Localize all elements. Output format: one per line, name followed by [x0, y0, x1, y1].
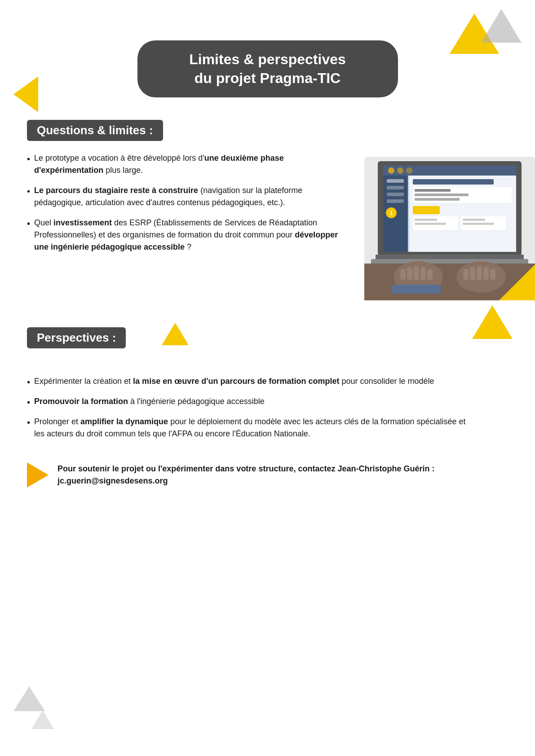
cta-triangle-icon [27, 462, 49, 488]
svg-rect-23 [463, 219, 485, 221]
questions-content: Le prototype a vocation à être développé… [27, 152, 535, 300]
decorative-triangle-left-yellow [13, 76, 38, 112]
svg-rect-16 [415, 193, 469, 196]
questions-bullet-list: Le prototype a vocation à être développé… [27, 152, 351, 261]
svg-rect-40 [483, 267, 489, 280]
svg-rect-15 [415, 189, 451, 192]
decorative-triangle-bottom-gray-1 [13, 686, 45, 711]
svg-rect-41 [490, 269, 495, 280]
svg-rect-24 [463, 223, 494, 225]
list-item: Le parcours du stagiaire reste à constru… [27, 185, 351, 209]
laptop-image: 1 [364, 157, 535, 300]
perspectives-heading: Perspectives : [37, 331, 116, 345]
svg-rect-35 [420, 267, 426, 280]
svg-text:1: 1 [390, 210, 393, 216]
perspectives-header-wrap: Perspectives : [27, 327, 126, 348]
list-item: Le prototype a vocation à être développé… [27, 152, 351, 176]
questions-header: Questions & limites : [27, 120, 163, 141]
svg-rect-22 [415, 223, 446, 225]
cta-box: Pour soutenir le projet ou l'expérimente… [27, 462, 513, 488]
svg-point-4 [388, 167, 394, 174]
svg-rect-33 [407, 267, 412, 280]
perspectives-bullet-list: Expérimenter la création et la mise en œ… [27, 375, 499, 440]
svg-rect-38 [470, 267, 475, 280]
svg-rect-43 [391, 285, 441, 294]
questions-header-wrap: Questions & limites : [27, 120, 535, 141]
svg-rect-9 [387, 186, 404, 189]
svg-rect-21 [415, 219, 437, 221]
svg-point-5 [397, 167, 403, 174]
perspectives-section: Perspectives : Expérimenter la création … [0, 327, 535, 440]
list-item: Prolonger et amplifier la dynamique pour… [27, 416, 472, 440]
svg-rect-36 [427, 269, 433, 280]
questions-section: Questions & limites : Le prototype a voc… [0, 120, 535, 300]
svg-rect-17 [415, 198, 460, 201]
cta-text: Pour soutenir le projet ou l'expérimente… [57, 463, 513, 487]
perspectives-triangle-decoration [162, 323, 189, 345]
svg-rect-18 [413, 206, 440, 214]
list-item: Expérimenter la création et la mise en œ… [27, 375, 472, 387]
perspectives-header: Perspectives : [27, 327, 126, 348]
svg-rect-8 [387, 179, 404, 183]
svg-rect-13 [413, 179, 494, 185]
title-banner: Limites & perspectives du projet Pragma-… [137, 40, 398, 97]
svg-rect-34 [414, 266, 419, 280]
decorative-triangle-bottom-gray-2 [31, 710, 54, 729]
svg-rect-11 [387, 199, 404, 203]
page-title: Limites & perspectives du projet Pragma-… [155, 50, 380, 88]
decorative-triangle-top-right-gray [481, 9, 522, 43]
questions-heading: Questions & limites : [37, 123, 153, 137]
list-item: Promouvoir la formation à l'ingénierie p… [27, 396, 472, 408]
svg-point-6 [406, 167, 412, 174]
svg-rect-37 [463, 269, 469, 280]
svg-rect-10 [387, 193, 404, 196]
svg-rect-39 [477, 266, 482, 280]
svg-rect-32 [400, 269, 406, 280]
list-item: Quel investissement des ESRP (Établissem… [27, 217, 351, 253]
